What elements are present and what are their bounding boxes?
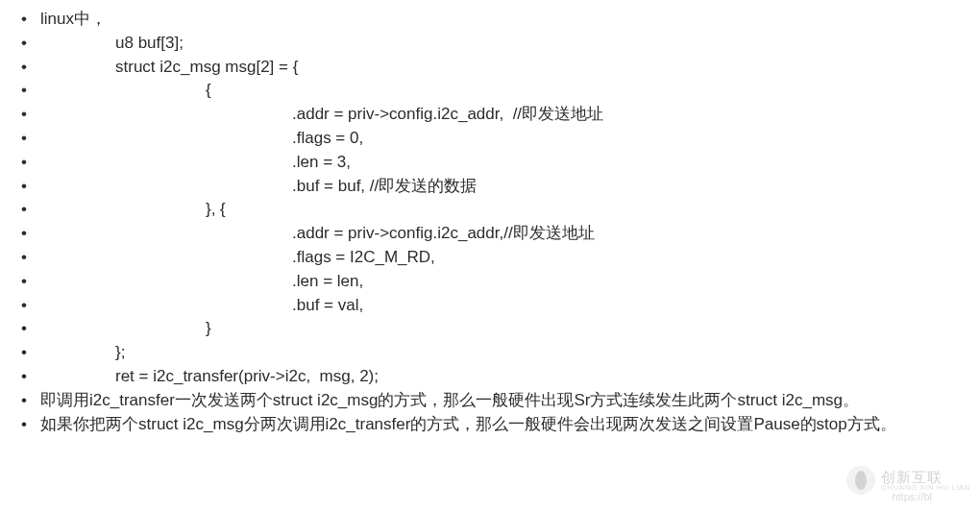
list-item: struct i2c_msg msg[2] = {	[19, 56, 968, 79]
list-item: .len = 3,	[19, 151, 968, 174]
code-text: }	[40, 317, 211, 340]
list-item: linux中，	[19, 8, 968, 31]
list-item: 即调用i2c_transfer一次发送两个struct i2c_msg的方式，那…	[19, 389, 968, 412]
paragraph-text: 即调用i2c_transfer一次发送两个struct i2c_msg的方式，那…	[40, 391, 859, 409]
code-text: .flags = I2C_M_RD,	[40, 246, 435, 269]
watermark-url: https://bl	[892, 490, 932, 504]
watermark-text: 创新互联 CHUANG XIN HU LIAN	[881, 470, 970, 492]
code-text: .len = 3,	[40, 151, 351, 174]
code-text: struct i2c_msg msg[2] = {	[40, 56, 298, 79]
code-text: {	[40, 79, 211, 102]
code-text: }, {	[40, 198, 226, 221]
list-item: .buf = val,	[19, 294, 968, 317]
code-text: linux中，	[40, 8, 107, 31]
list-item: ret = i2c_transfer(priv->i2c, msg, 2);	[19, 365, 968, 388]
list-item: 如果你把两个struct i2c_msg分两次调用i2c_transfer的方式…	[19, 413, 968, 436]
watermark-cn: 创新互联	[881, 470, 970, 484]
list-item: };	[19, 341, 968, 364]
list-item: }, {	[19, 198, 968, 221]
code-text: ret = i2c_transfer(priv->i2c, msg, 2);	[40, 365, 379, 388]
list-item: }	[19, 317, 968, 340]
list-item: u8 buf[3];	[19, 32, 968, 55]
code-text: };	[40, 341, 125, 364]
list-item: {	[19, 79, 968, 102]
code-text: .len = len,	[40, 270, 363, 293]
list-item: .len = len,	[19, 270, 968, 293]
list-item: .addr = priv->config.i2c_addr, //即发送地址	[19, 103, 968, 126]
code-text: .buf = buf, //即发送的数据	[40, 175, 477, 198]
list-item: .flags = 0,	[19, 127, 968, 150]
paragraph-text: 如果你把两个struct i2c_msg分两次调用i2c_transfer的方式…	[40, 415, 896, 433]
watermark-logo-icon	[846, 466, 875, 495]
code-text: .addr = priv->config.i2c_addr, //即发送地址	[40, 103, 603, 126]
bulleted-list: linux中， u8 buf[3]; struct i2c_msg msg[2]…	[19, 8, 968, 435]
code-text: .addr = priv->config.i2c_addr,//即发送地址	[40, 222, 595, 245]
code-text: .buf = val,	[40, 294, 363, 317]
list-item: .flags = I2C_M_RD,	[19, 246, 968, 269]
code-text: u8 buf[3];	[40, 32, 184, 55]
list-item: .buf = buf, //即发送的数据	[19, 175, 968, 198]
code-text: .flags = 0,	[40, 127, 363, 150]
list-item: .addr = priv->config.i2c_addr,//即发送地址	[19, 222, 968, 245]
